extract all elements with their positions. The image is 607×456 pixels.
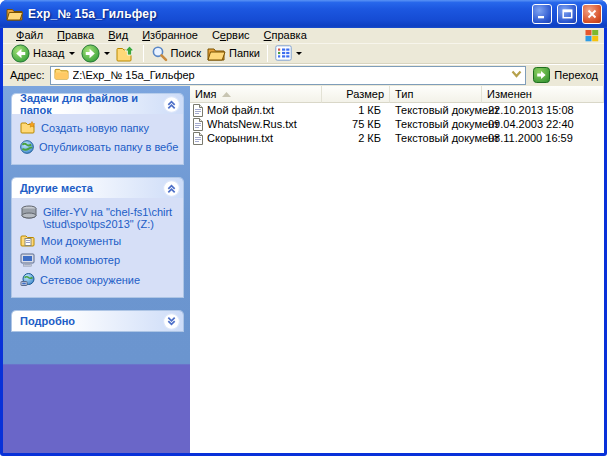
- text-file-icon: [193, 104, 203, 117]
- panel-file-tasks: Задачи для файлов и папок: [12, 94, 183, 164]
- file-modified: 09.04.2003 22:40: [482, 118, 604, 130]
- place-label: Gilfer-YV на "chel-fs1\chirt\stud\spo\tp…: [43, 205, 179, 230]
- place-my-documents[interactable]: Мои документы: [20, 234, 179, 249]
- file-row[interactable]: Мой файл.txt 1 КБ Текстовый документ 22.…: [190, 103, 604, 117]
- new-folder-icon: [20, 121, 36, 136]
- back-dropdown-caret[interactable]: [69, 52, 75, 55]
- back-button[interactable]: Назад: [8, 43, 78, 63]
- file-size: 75 КБ: [322, 118, 390, 130]
- panel-title: Другие места: [20, 182, 93, 194]
- close-button[interactable]: [582, 4, 602, 24]
- menu-edit[interactable]: Правка: [50, 29, 101, 42]
- menu-view[interactable]: Вид: [101, 29, 135, 42]
- menu-file[interactable]: Файл: [9, 29, 50, 42]
- file-row[interactable]: Скорынин.txt 2 КБ Текстовый документ 08.…: [190, 131, 604, 145]
- address-dropdown-arrow[interactable]: [510, 69, 523, 81]
- forward-dropdown-caret[interactable]: [104, 52, 110, 55]
- place-label: Сетевое окружение: [40, 273, 140, 286]
- title-bar[interactable]: Exp_№ 15а_Гильфер: [0, 0, 607, 28]
- expand-button[interactable]: [163, 313, 180, 330]
- forward-icon: [81, 44, 100, 63]
- file-size: 1 КБ: [322, 104, 390, 116]
- file-type: Текстовый документ: [390, 104, 482, 116]
- task-publish-folder[interactable]: Опубликовать папку в вебе: [20, 140, 179, 156]
- file-type: Текстовый документ: [390, 132, 482, 144]
- folders-icon: [207, 46, 226, 61]
- address-combo[interactable]: Z:\Exp_№ 15а_Гильфер: [50, 66, 527, 85]
- collapse-button[interactable]: [163, 96, 180, 113]
- window-title: Exp_№ 15а_Гильфер: [28, 7, 527, 21]
- place-label: Мой компьютер: [40, 253, 120, 266]
- collapse-button[interactable]: [163, 180, 180, 197]
- address-bar: Адрес: Z:\Exp_№ 15а_Гильфер: [3, 64, 604, 86]
- place-my-computer[interactable]: Мой компьютер: [20, 253, 179, 269]
- globe-icon: [20, 140, 34, 156]
- panel-title: Задачи для файлов и папок: [20, 94, 163, 116]
- panel-details: Подробно: [12, 311, 183, 331]
- maximize-button[interactable]: [557, 4, 577, 24]
- network-drive-icon: [20, 205, 38, 222]
- toolbar: Назад: [3, 44, 604, 64]
- column-header-name[interactable]: Имя: [190, 86, 322, 103]
- address-input[interactable]: Z:\Exp_№ 15а_Гильфер: [73, 69, 507, 81]
- file-type: Текстовый документ: [390, 118, 482, 130]
- text-file-icon: [193, 132, 203, 145]
- column-header-modified[interactable]: Изменен: [482, 86, 604, 103]
- task-label: Создать новую папку: [41, 121, 149, 134]
- chevron-down-icon: [163, 313, 180, 330]
- network-places-icon: [20, 273, 35, 289]
- task-label: Опубликовать папку в вебе: [39, 140, 178, 153]
- views-button[interactable]: [272, 43, 305, 63]
- file-size: 2 КБ: [322, 132, 390, 144]
- close-icon: [587, 9, 597, 19]
- my-computer-icon: [20, 253, 35, 269]
- file-modified: 22.10.2013 15:08: [482, 104, 604, 116]
- search-button[interactable]: Поиск: [148, 43, 204, 63]
- minimize-icon: [537, 9, 547, 19]
- place-network-drive[interactable]: Gilfer-YV на "chel-fs1\chirt\stud\spo\tp…: [20, 205, 179, 230]
- folders-button[interactable]: Папки: [204, 43, 263, 63]
- menu-help[interactable]: Справка: [257, 29, 314, 42]
- place-label: Мои документы: [41, 234, 121, 247]
- menu-tools[interactable]: Сервис: [205, 29, 257, 42]
- panel-other-places-header[interactable]: Другие места: [12, 178, 183, 198]
- panel-other-places: Другие места: [12, 178, 183, 297]
- up-button[interactable]: [113, 43, 139, 63]
- views-dropdown-caret[interactable]: [296, 52, 302, 55]
- menu-favorites[interactable]: Избранное: [135, 29, 205, 42]
- forward-button[interactable]: [78, 43, 113, 63]
- toolbar-separator: [267, 45, 268, 62]
- my-documents-icon: [20, 234, 36, 249]
- up-folder-icon: [116, 45, 136, 62]
- panel-title: Подробно: [20, 315, 75, 327]
- file-modified: 08.11.2000 16:59: [482, 132, 604, 144]
- go-button[interactable]: Переход: [531, 67, 600, 83]
- task-create-folder[interactable]: Создать новую папку: [20, 121, 179, 136]
- views-icon: [275, 45, 292, 61]
- sort-ascending-icon: [222, 92, 231, 97]
- window-folder-icon: [6, 6, 23, 23]
- minimize-button[interactable]: [532, 4, 552, 24]
- windows-logo-icon: [585, 29, 602, 43]
- toolbar-separator: [143, 45, 144, 62]
- go-icon: [533, 67, 550, 83]
- search-icon: [151, 45, 168, 62]
- address-folder-icon: [54, 68, 69, 82]
- explorer-window: Exp_№ 15а_Гильфер Файл Правка Вид Избран…: [0, 0, 607, 456]
- maximize-icon: [562, 9, 573, 19]
- file-name: Скорынин.txt: [207, 132, 273, 144]
- place-network-places[interactable]: Сетевое окружение: [20, 273, 179, 289]
- column-header-type[interactable]: Тип: [390, 86, 482, 103]
- file-row[interactable]: WhatsNew.Rus.txt 75 КБ Текстовый докумен…: [190, 117, 604, 131]
- address-label: Адрес:: [10, 69, 45, 81]
- text-file-icon: [193, 118, 203, 131]
- file-list: Имя Размер Тип Изменен Мой файл.txt 1 КБ: [190, 86, 604, 453]
- panel-file-tasks-header[interactable]: Задачи для файлов и папок: [12, 94, 183, 114]
- back-icon: [11, 44, 30, 63]
- panel-details-header[interactable]: Подробно: [12, 311, 183, 331]
- column-headers: Имя Размер Тип Изменен: [190, 86, 604, 103]
- column-header-size[interactable]: Размер: [322, 86, 390, 103]
- file-name: Мой файл.txt: [207, 104, 274, 116]
- task-pane: Задачи для файлов и папок: [3, 86, 190, 453]
- chevron-up-icon: [163, 180, 180, 197]
